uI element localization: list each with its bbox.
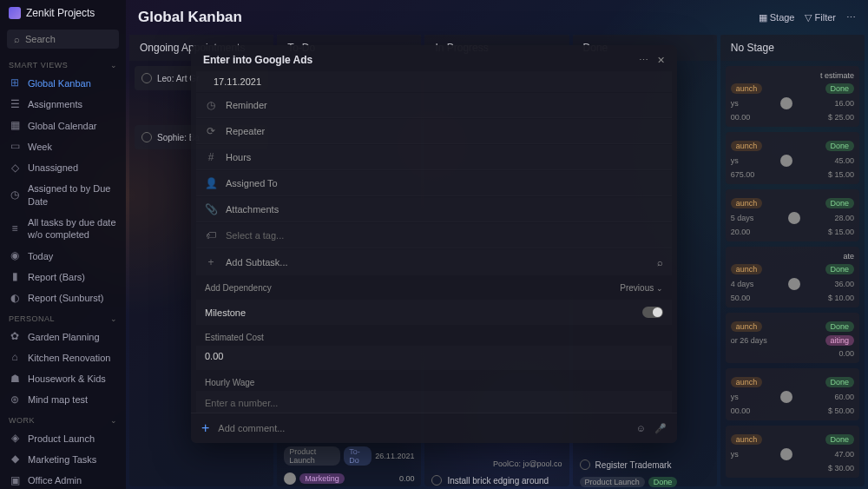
estimated-cost-input[interactable]: 0.00 bbox=[196, 346, 672, 370]
sidebar-item-work[interactable]: ◆ Marketing Tasks bbox=[0, 449, 126, 470]
sidebar-item-work[interactable]: ◈ Product Launch bbox=[0, 428, 126, 449]
card-text: PoolCo: jo@pool.co bbox=[424, 456, 569, 472]
nav-icon: ⌂ bbox=[9, 352, 21, 364]
tag-launch: aunch bbox=[731, 321, 763, 332]
date-field[interactable]: 17.11.2021 bbox=[196, 71, 672, 92]
modal-title: Enter into Google Ads bbox=[203, 54, 312, 66]
stage-button[interactable]: ▦ Stage bbox=[759, 12, 795, 23]
sidebar-item-smart[interactable]: ≡ All tasks by due date w/o completed bbox=[0, 212, 126, 246]
milestone-toggle[interactable] bbox=[642, 307, 663, 318]
sidebar-item-label: Today bbox=[28, 250, 53, 262]
sidebar-item-work[interactable]: ▣ Office Admin bbox=[0, 470, 126, 489]
nav-icon: ◐ bbox=[9, 292, 21, 304]
card[interactable]: aunchDone ys60.00 00.00$ 50.00 bbox=[726, 368, 859, 420]
hours-field[interactable]: #Hours bbox=[196, 145, 672, 170]
card[interactable]: aunchDone ys47.00 $ 30.00 bbox=[726, 426, 859, 478]
sidebar-item-personal[interactable]: ⌂ Kitchen Renovation bbox=[0, 347, 126, 368]
search-input[interactable]: ⌕ Search bbox=[7, 30, 119, 49]
sidebar-item-smart[interactable]: ◐ Report (Sunburst) bbox=[0, 287, 126, 308]
section-work[interactable]: WORK ⌄ bbox=[0, 411, 126, 428]
card[interactable]: aunchDone ys45.00 675.00$ 15.00 bbox=[726, 132, 859, 184]
hash-icon: # bbox=[205, 151, 217, 163]
chevron-down-icon: ⌄ bbox=[110, 314, 118, 323]
tag-marketing: Marketing bbox=[299, 473, 345, 484]
sidebar-item-label: Garden Planning bbox=[28, 331, 100, 343]
search-icon[interactable]: ⌕ bbox=[657, 257, 663, 268]
nav-icon: ≡ bbox=[9, 222, 21, 235]
add-subtask-field[interactable]: +Add Subtask... ⌕ bbox=[196, 249, 672, 275]
nav-icon: ✿ bbox=[9, 331, 21, 343]
sidebar-item-label: Assigned to by Due Date bbox=[28, 182, 117, 208]
tag-done: Done bbox=[825, 83, 855, 94]
filter-button[interactable]: ▽ Filter bbox=[805, 12, 836, 23]
plus-icon: + bbox=[205, 256, 217, 268]
chevron-down-icon: ⌄ bbox=[110, 61, 118, 69]
sidebar-item-label: Office Admin bbox=[28, 474, 82, 486]
sidebar-item-label: Unassigned bbox=[28, 162, 78, 174]
card[interactable]: ate aunchDone 4 days36.00 50.00$ 10.00 bbox=[726, 247, 859, 307]
card[interactable]: aunchDone or 26 daysaiting 0.00 bbox=[726, 313, 859, 363]
dependency-label[interactable]: Add Dependency bbox=[205, 283, 272, 293]
status-circle-icon bbox=[580, 459, 590, 470]
attachments-field[interactable]: 📎Attachments bbox=[196, 197, 672, 222]
section-smart-views[interactable]: SMART VIEWS ⌄ bbox=[0, 56, 126, 73]
more-icon[interactable]: ⋯ bbox=[639, 55, 648, 66]
app-name: Zenkit Projects bbox=[26, 7, 95, 19]
tag-launch: aunch bbox=[731, 434, 763, 445]
nav-icon: ◷ bbox=[9, 189, 21, 202]
reminder-field[interactable]: ◷Reminder bbox=[196, 93, 672, 118]
nav-icon: ⊞ bbox=[9, 77, 21, 89]
nav-icon: ▦ bbox=[9, 120, 21, 132]
sidebar-item-smart[interactable]: ☰ Assignments bbox=[0, 94, 126, 115]
nav-icon: ◆ bbox=[9, 453, 21, 466]
tags-field[interactable]: 🏷Select a tag... bbox=[196, 223, 672, 248]
tag-launch: aunch bbox=[731, 264, 763, 274]
more-icon[interactable]: ⋯ bbox=[846, 12, 856, 23]
tag-launch: aunch bbox=[731, 198, 763, 208]
sidebar-item-smart[interactable]: ▭ Week bbox=[0, 136, 126, 157]
sidebar-item-personal[interactable]: ☗ Housework & Kids bbox=[0, 368, 126, 389]
nav-icon: ▮ bbox=[9, 271, 21, 283]
sidebar-item-smart[interactable]: ▮ Report (Bars) bbox=[0, 267, 126, 287]
sidebar-item-label: Marketing Tasks bbox=[28, 453, 96, 466]
nav-icon: ▭ bbox=[9, 141, 21, 153]
avatar bbox=[284, 472, 296, 485]
sidebar-item-smart[interactable]: ◇ Unassigned bbox=[0, 157, 126, 178]
assigned-to-field[interactable]: 👤Assigned To bbox=[196, 171, 672, 196]
page-title: Global Kanban bbox=[138, 9, 242, 26]
chevron-down-icon: ⌄ bbox=[110, 416, 118, 425]
tag-waiting: aiting bbox=[825, 335, 855, 346]
mic-icon[interactable]: 🎤 bbox=[654, 423, 667, 434]
previous-dropdown[interactable]: Previous ⌄ bbox=[620, 283, 663, 293]
comment-input[interactable]: Add comment... bbox=[218, 423, 627, 433]
sidebar-item-personal[interactable]: ⊛ Mind map test bbox=[0, 389, 126, 410]
nav-icon: ◈ bbox=[9, 433, 21, 445]
sidebar-item-label: Week bbox=[28, 141, 52, 153]
sidebar-item-smart[interactable]: ◉ Today bbox=[0, 246, 126, 267]
nav-icon: ☰ bbox=[9, 98, 21, 110]
person-icon: 👤 bbox=[205, 177, 217, 189]
status-circle-icon bbox=[431, 475, 442, 486]
column-header: No Stage bbox=[720, 35, 865, 61]
repeater-field[interactable]: ⟳Repeater bbox=[196, 119, 672, 144]
card[interactable]: aunchDone 5 days28.00 20.00$ 15.00 bbox=[726, 189, 859, 241]
attachment-icon: 📎 bbox=[205, 203, 217, 215]
sidebar-item-label: Product Launch bbox=[28, 433, 95, 445]
section-personal[interactable]: PERSONAL ⌄ bbox=[0, 309, 126, 327]
nav-icon: ⊛ bbox=[9, 394, 21, 406]
add-button[interactable]: + bbox=[201, 420, 209, 436]
column-nostage: No Stage t estimate aunchDone ys16.00 00… bbox=[720, 35, 865, 486]
card[interactable]: t estimate aunchDone ys16.00 00.00$ 25.0… bbox=[726, 66, 859, 127]
sidebar-item-smart[interactable]: ⊞ Global Kanban bbox=[0, 73, 126, 94]
emoji-icon[interactable]: ☺ bbox=[636, 423, 646, 433]
sidebar-item-personal[interactable]: ✿ Garden Planning bbox=[0, 327, 126, 347]
hourly-wage-input[interactable]: Enter a number... bbox=[196, 391, 672, 413]
sidebar-item-label: Mind map test bbox=[28, 393, 88, 406]
close-icon[interactable]: ✕ bbox=[657, 55, 665, 66]
nav-icon: ☗ bbox=[9, 373, 21, 385]
sidebar-item-smart[interactable]: ▦ Global Calendar bbox=[0, 116, 126, 136]
sidebar-item-smart[interactable]: ◷ Assigned to by Due Date bbox=[0, 178, 126, 212]
tag-done: Done bbox=[825, 141, 855, 151]
tag-done: Done bbox=[825, 198, 855, 208]
avatar bbox=[780, 155, 792, 167]
